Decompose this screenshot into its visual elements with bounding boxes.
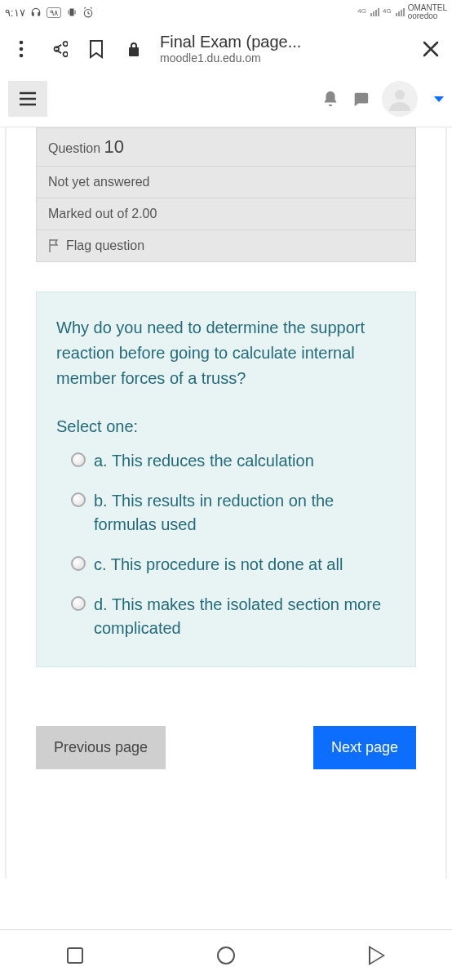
question-number-row: Question 10 [37,128,415,167]
option-b[interactable]: b. This results in reduction on the form… [56,489,396,537]
option-a[interactable]: a. This reduces the calculation [56,449,396,473]
options-list: a. This reduces the calculation b. This … [56,449,396,640]
status-time: ٩:١٧ [5,7,25,19]
svg-point-2 [20,53,24,57]
sim1-label: 4G [357,7,366,15]
answer-status: Not yet answered [37,167,415,198]
flag-label: Flag question [66,238,144,253]
browser-toolbar: Final Exam (page... moodle1.du.edu.om [0,24,452,76]
battery-badge: ٩٨ [47,7,61,18]
question-label: Question [48,141,100,155]
page-url: moodle1.du.edu.om [160,51,408,65]
back-button[interactable] [369,946,385,965]
option-c-label: c. This procedure is not done at all [94,553,343,577]
option-a-radio[interactable] [71,452,86,467]
flag-icon [48,238,60,253]
recent-apps-button[interactable] [67,947,83,964]
carrier-names: OMANTEL ooredoo [408,4,447,20]
previous-page-button[interactable]: Previous page [36,726,166,769]
user-avatar[interactable] [382,81,418,117]
alarm-icon [82,7,94,18]
page-title: Final Exam (page... [160,33,408,51]
option-c[interactable]: c. This procedure is not done at all [56,553,396,577]
bookmark-button[interactable] [82,34,111,64]
flag-question-button[interactable]: Flag question [37,230,415,261]
pagination-buttons: Previous page Next page [36,726,416,769]
option-d[interactable]: d. This makes the isolated section more … [56,593,396,640]
svg-point-0 [20,40,24,44]
lock-icon [119,34,148,64]
question-info-panel: Question 10 Not yet answered Marked out … [36,127,416,262]
status-left: ٩:١٧ ٩٨ [5,7,94,19]
option-d-radio[interactable] [71,596,86,611]
status-bar: ٩:١٧ ٩٨ 4G 4G OMANTEL ooredoo [0,0,452,24]
question-body: Why do you need to determine the support… [36,292,416,667]
system-nav-bar [0,929,452,980]
carrier-2: ooredoo [408,12,447,20]
close-tab-button[interactable] [416,34,445,64]
hamburger-menu-button[interactable] [8,81,47,117]
notifications-button[interactable] [321,89,339,109]
select-one-label: Select one: [56,417,396,436]
messages-button[interactable] [351,90,370,108]
svg-point-3 [395,90,405,100]
share-button[interactable] [44,34,73,64]
user-menu-caret-icon[interactable] [434,96,444,102]
svg-point-1 [20,47,24,51]
option-b-radio[interactable] [71,492,86,507]
app-bar [0,76,452,127]
option-a-label: a. This reduces the calculation [94,449,314,473]
next-page-button[interactable]: Next page [313,726,416,769]
option-d-label: d. This makes the isolated section more … [94,593,396,640]
sim1-signal-icon [370,8,379,16]
option-b-label: b. This results in reduction on the form… [94,489,396,537]
headset-icon [30,7,42,17]
status-right: 4G 4G OMANTEL ooredoo [357,4,447,20]
sim2-label: 4G [383,7,392,15]
sim2-signal-icon [396,8,405,16]
page-title-area[interactable]: Final Exam (page... moodle1.du.edu.om [157,33,408,65]
vibrate-icon [66,7,78,17]
home-button[interactable] [217,947,235,964]
question-number: 10 [104,136,124,157]
more-menu-button[interactable] [7,34,36,64]
question-text: Why do you need to determine the support… [56,315,396,391]
option-c-radio[interactable] [71,556,86,571]
content-area: Question 10 Not yet answered Marked out … [5,127,447,879]
marks-row: Marked out of 2.00 [37,198,415,230]
